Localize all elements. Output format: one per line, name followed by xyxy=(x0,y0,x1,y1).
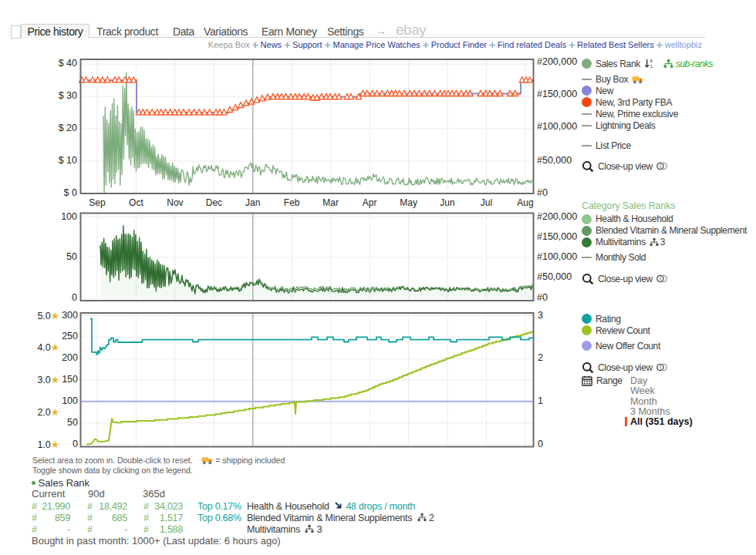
svg-text:1: 1 xyxy=(650,64,653,69)
svg-text:9: 9 xyxy=(650,59,653,63)
